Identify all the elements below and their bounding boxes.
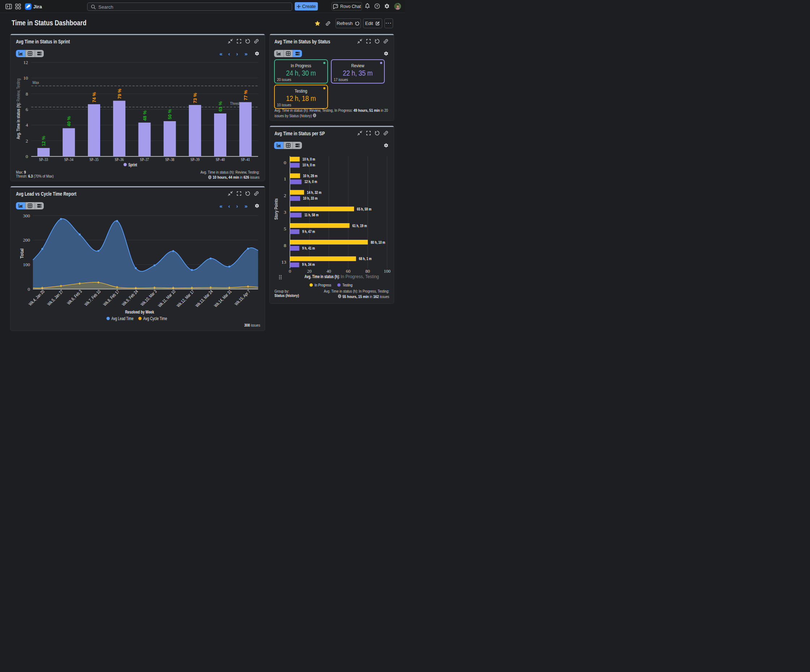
- svg-text:SP–40: SP–40: [216, 157, 225, 162]
- svg-text:Avg Cycle Time: Avg Cycle Time: [143, 316, 167, 321]
- svg-text:300: 300: [23, 213, 30, 218]
- svg-text:6: 6: [26, 107, 28, 112]
- svg-text:3: 3: [284, 209, 286, 215]
- svg-text:4: 4: [26, 122, 28, 128]
- svg-text:Wk.4, Jan 20: Wk.4, Jan 20: [28, 289, 46, 307]
- svg-text:40: 40: [326, 269, 331, 274]
- svg-text:Wk.9, Feb 24: Wk.9, Feb 24: [121, 289, 139, 307]
- svg-text:8: 8: [26, 91, 28, 96]
- svg-text:SP–36: SP–36: [115, 157, 124, 162]
- svg-text:SP–37: SP–37: [140, 157, 149, 162]
- svg-text:20: 20: [307, 269, 312, 274]
- svg-text:68 h, 1 m: 68 h, 1 m: [359, 257, 371, 261]
- svg-text:?: ?: [376, 4, 378, 8]
- svg-text:2: 2: [284, 193, 286, 198]
- svg-text:100: 100: [384, 269, 390, 274]
- svg-text:In Progress: In Progress: [315, 283, 331, 287]
- svg-text:Avg. Time in status (h): In Pr: Avg. Time in status (h): In Progress, Te…: [304, 274, 379, 279]
- svg-text:SP–41: SP–41: [241, 157, 250, 162]
- svg-text:80: 80: [365, 269, 370, 274]
- svg-text:12 %: 12 %: [41, 136, 46, 147]
- svg-text:13: 13: [281, 259, 286, 265]
- svg-text:Wk.14, Mar 31: Wk.14, Mar 31: [213, 289, 233, 309]
- svg-text:8: 8: [284, 243, 286, 248]
- svg-text:Testing: Testing: [343, 283, 353, 287]
- svg-text:Wk.7, Feb 10: Wk.7, Feb 10: [84, 289, 101, 307]
- svg-text:5: 5: [284, 226, 286, 231]
- svg-text:Max: Max: [32, 80, 39, 84]
- svg-text:Wk.12, Mar 17: Wk.12, Mar 17: [176, 289, 195, 309]
- svg-text:Wk.11, Mar 10: Wk.11, Mar 10: [157, 289, 177, 309]
- svg-text:50 %: 50 %: [167, 109, 172, 120]
- svg-text:Wk.13, Mar 24: Wk.13, Mar 24: [194, 289, 214, 309]
- svg-text:Avg. Time in status (h): Revie: Avg. Time in status (h): Review, Testing: [15, 78, 21, 139]
- svg-text:Story Points: Story Points: [274, 198, 279, 219]
- svg-text:Wk.10, Mar 3: Wk.10, Mar 3: [140, 289, 158, 307]
- svg-text:12: 12: [24, 60, 28, 65]
- svg-text:Wk.8, Feb 17: Wk.8, Feb 17: [102, 289, 120, 307]
- svg-text:Total: Total: [20, 248, 25, 258]
- svg-text:Wk.5, Jan 27: Wk.5, Jan 27: [46, 289, 64, 307]
- svg-text:74 %: 74 %: [92, 92, 97, 103]
- svg-text:61 h, 19 m: 61 h, 19 m: [352, 224, 367, 228]
- svg-text:Resolved by Week: Resolved by Week: [125, 309, 154, 315]
- svg-text:9 h, 41 m: 9 h, 41 m: [302, 246, 315, 250]
- svg-text:200: 200: [23, 237, 30, 243]
- svg-text:10 h, 33 m: 10 h, 33 m: [303, 196, 317, 200]
- svg-text:10 h, 28 m: 10 h, 28 m: [303, 174, 317, 178]
- svg-text:12 h, 0 m: 12 h, 0 m: [304, 180, 317, 184]
- svg-text:SP–39: SP–39: [191, 157, 200, 162]
- svg-text:0: 0: [289, 269, 291, 274]
- svg-text:79 %: 79 %: [117, 89, 122, 99]
- svg-text:80 h, 10 m: 80 h, 10 m: [371, 240, 385, 245]
- svg-text:SP–34: SP–34: [64, 157, 74, 162]
- svg-text:10: 10: [24, 75, 28, 81]
- svg-text:1: 1: [284, 176, 286, 182]
- svg-text:14 h, 32 m: 14 h, 32 m: [307, 191, 321, 194]
- svg-text:SP–33: SP–33: [39, 157, 48, 162]
- svg-text:0: 0: [284, 160, 286, 165]
- svg-text:10 h, 0 m: 10 h, 0 m: [302, 157, 315, 161]
- svg-text:Sprint: Sprint: [128, 162, 137, 167]
- svg-text:0: 0: [26, 154, 28, 159]
- svg-text:Thresh: Thresh: [230, 101, 241, 106]
- svg-text:65 h, 59 m: 65 h, 59 m: [357, 207, 371, 211]
- svg-text:73 %: 73 %: [193, 93, 198, 103]
- svg-text:Wk.6, Feb 3: Wk.6, Feb 3: [66, 289, 83, 306]
- svg-text:Avg Lead Time: Avg Lead Time: [111, 316, 133, 321]
- svg-text:Wk.15, Apr 7: Wk.15, Apr 7: [234, 289, 251, 307]
- svg-text:9 h, 47 m: 9 h, 47 m: [302, 230, 315, 234]
- svg-text:61 %: 61 %: [218, 101, 223, 112]
- svg-text:10 h, 0 m: 10 h, 0 m: [302, 163, 315, 167]
- svg-text:2: 2: [26, 138, 28, 144]
- svg-text:SP–35: SP–35: [89, 157, 99, 162]
- svg-text:100: 100: [23, 262, 30, 267]
- svg-text:11 h, 58 m: 11 h, 58 m: [304, 213, 318, 217]
- svg-text:77 %: 77 %: [243, 90, 248, 101]
- svg-text:48 %: 48 %: [142, 110, 147, 121]
- svg-text:SP–38: SP–38: [165, 157, 174, 162]
- svg-text:60: 60: [346, 269, 350, 274]
- svg-text:0: 0: [28, 287, 30, 292]
- svg-text:9 h, 34 m: 9 h, 34 m: [302, 263, 315, 267]
- svg-text:40 %: 40 %: [66, 116, 72, 127]
